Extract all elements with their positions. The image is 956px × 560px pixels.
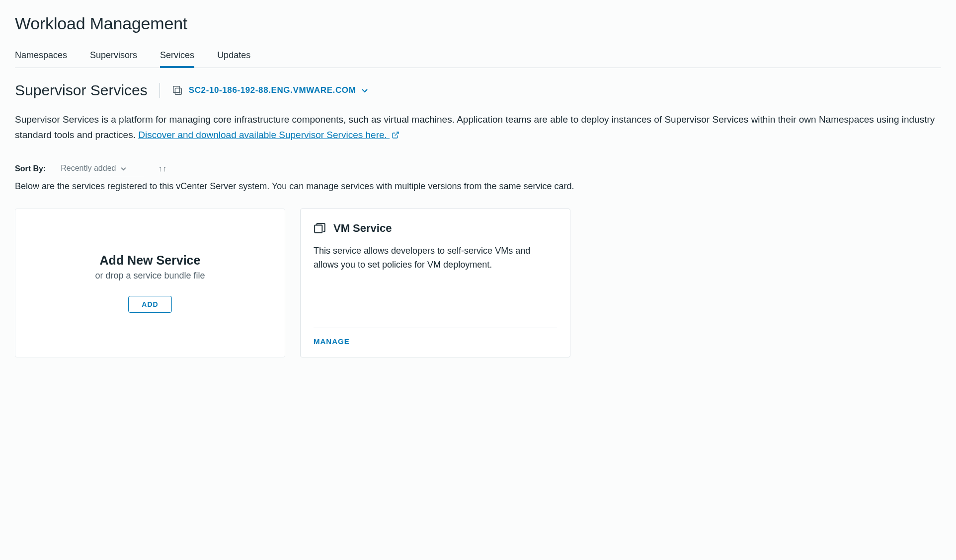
svg-point-2 <box>179 92 180 93</box>
add-button[interactable]: ADD <box>128 296 171 313</box>
chevron-down-icon <box>121 164 126 173</box>
add-service-card[interactable]: Add New Service or drop a service bundle… <box>15 209 285 357</box>
subheader-title: Supervisor Services <box>15 82 148 99</box>
add-card-subtitle: or drop a service bundle file <box>95 271 205 281</box>
service-card: VM Service This service allows developer… <box>300 209 570 357</box>
manage-button[interactable]: MANAGE <box>314 337 350 346</box>
service-card-body: VM Service This service allows developer… <box>301 209 570 328</box>
sort-dropdown[interactable]: Recently added <box>60 162 144 176</box>
external-link-icon <box>392 128 399 143</box>
page-title: Workload Management <box>15 14 941 33</box>
cards-grid: Add New Service or drop a service bundle… <box>15 209 941 357</box>
service-card-title: VM Service <box>333 222 392 235</box>
tab-namespaces[interactable]: Namespaces <box>15 47 67 68</box>
tab-updates[interactable]: Updates <box>217 47 250 68</box>
svg-line-3 <box>395 132 398 136</box>
discover-link[interactable]: Discover and download available Supervis… <box>138 130 399 140</box>
vcenter-label: SC2-10-186-192-88.ENG.VMWARE.COM <box>189 85 356 95</box>
tab-bar: Namespaces Supervisors Services Updates <box>15 47 941 68</box>
chevron-down-icon <box>362 87 368 94</box>
service-card-header: VM Service <box>314 222 557 235</box>
add-card-title: Add New Service <box>100 253 201 268</box>
svg-rect-4 <box>315 225 322 232</box>
tab-services[interactable]: Services <box>160 47 194 68</box>
list-note: Below are the services registered to thi… <box>15 181 941 192</box>
sort-direction-toggle[interactable]: ↑↑ <box>158 164 167 173</box>
vcenter-icon <box>172 85 183 96</box>
sort-label: Sort By: <box>15 164 46 173</box>
subheader: Supervisor Services SC2-10-186-192-88.EN… <box>15 82 941 99</box>
vcenter-dropdown[interactable]: SC2-10-186-192-88.ENG.VMWARE.COM <box>172 85 368 96</box>
vm-service-icon <box>314 222 326 235</box>
svg-rect-1 <box>175 88 181 94</box>
service-card-footer: MANAGE <box>301 328 570 357</box>
sort-value: Recently added <box>61 164 116 173</box>
service-card-description: This service allows developers to self-s… <box>314 244 557 273</box>
divider <box>159 83 160 98</box>
description: Supervisor Services is a platform for ma… <box>15 112 941 144</box>
sort-row: Sort By: Recently added ↑↑ <box>15 162 941 176</box>
tab-supervisors[interactable]: Supervisors <box>90 47 137 68</box>
svg-rect-0 <box>173 86 180 93</box>
